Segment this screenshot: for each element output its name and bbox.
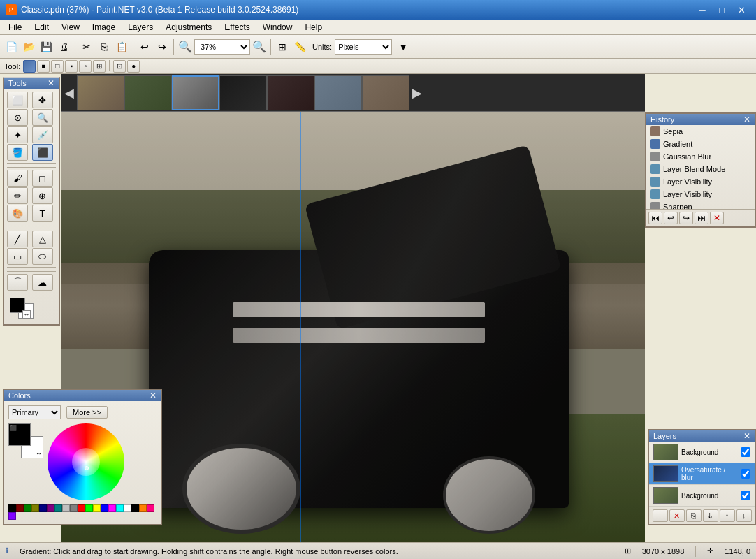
tool-recolor[interactable]: 🎨 xyxy=(7,205,28,222)
add-layer-button[interactable]: + xyxy=(653,509,668,522)
paste-button[interactable]: 📋 xyxy=(113,38,130,55)
history-panel-close[interactable]: ✕ xyxy=(743,115,750,124)
color-mode-select[interactable]: Primary Secondary xyxy=(8,405,61,419)
tool-option-1[interactable]: ■ xyxy=(37,60,50,73)
layer-item-background-bottom[interactable]: Background xyxy=(649,485,755,507)
units-arrow-button[interactable]: ▼ xyxy=(395,38,412,55)
history-item-sepia[interactable]: Sepia xyxy=(646,125,755,138)
close-window-button[interactable]: ✕ xyxy=(732,3,750,17)
strip-thumb-1[interactable] xyxy=(77,75,124,110)
merge-layer-button[interactable]: ⇓ xyxy=(703,509,718,522)
strip-thumb-4[interactable] xyxy=(219,75,267,110)
palette-swatch-aqua[interactable] xyxy=(116,504,124,512)
strip-arrow-right[interactable]: ▶ xyxy=(409,85,425,101)
strip-thumb-2[interactable] xyxy=(124,75,172,110)
new-button[interactable]: 📄 xyxy=(3,38,20,55)
palette-swatch-maroon[interactable] xyxy=(16,504,24,512)
palette-swatch-yellow[interactable] xyxy=(93,504,101,512)
palette-swatch-orange[interactable] xyxy=(139,504,147,512)
tool-shapes[interactable]: △ xyxy=(32,231,53,247)
layer-visibility-bg-top[interactable] xyxy=(741,447,750,457)
history-item-sharpen[interactable]: Sharpen xyxy=(646,201,755,209)
copy-button[interactable]: ⎘ xyxy=(96,38,112,55)
menu-edit[interactable]: Edit xyxy=(29,21,54,34)
palette-swatch-black[interactable] xyxy=(8,504,16,512)
menu-effects[interactable]: Effects xyxy=(219,21,255,34)
tool-clone[interactable]: ⊕ xyxy=(32,187,53,204)
menu-view[interactable]: View xyxy=(56,21,85,34)
tool-option-3[interactable]: ▪ xyxy=(65,60,78,73)
palette-swatch-green[interactable] xyxy=(24,504,31,512)
history-item-gaussian-blur[interactable]: Gaussian Blur xyxy=(646,150,755,163)
menu-help[interactable]: Help xyxy=(299,21,328,34)
palette-swatch-red[interactable] xyxy=(78,504,85,512)
tool-paintbrush[interactable]: 🖌 xyxy=(7,170,28,187)
menu-window[interactable]: Window xyxy=(257,21,298,34)
menu-adjustments[interactable]: Adjustments xyxy=(160,21,217,34)
menu-image[interactable]: Image xyxy=(87,21,121,34)
palette-swatch-olive[interactable] xyxy=(31,504,39,512)
strip-arrow-left[interactable]: ◀ xyxy=(61,85,77,101)
palette-swatch-violet[interactable] xyxy=(8,512,16,520)
units-select[interactable]: Pixels Inches Centimeters xyxy=(335,39,392,55)
tool-rectangle-select[interactable]: ⬜ xyxy=(7,92,28,108)
history-forward-button[interactable]: ⏭ xyxy=(695,212,708,224)
history-item-layer-visibility-2[interactable]: Layer Visibility xyxy=(646,188,755,201)
swap-colors-btn[interactable]: ↔ xyxy=(22,310,31,319)
history-clear-button[interactable]: ✕ xyxy=(710,212,724,224)
layer-visibility-oversaturate[interactable] xyxy=(741,469,750,479)
color-wheel[interactable] xyxy=(48,423,124,500)
history-undo-button[interactable]: ↩ xyxy=(664,212,678,224)
tool-freeform[interactable]: ⌒ xyxy=(7,274,28,291)
tool-pencil[interactable]: ✏ xyxy=(7,187,28,204)
reset-colors-btn[interactable]: ⬛ xyxy=(10,425,17,431)
zoom-out-button[interactable]: 🔍 xyxy=(251,38,268,55)
layer-item-oversaturate[interactable]: Oversaturate / blur xyxy=(649,463,755,485)
palette-swatch-silver[interactable] xyxy=(62,504,70,512)
palette-swatch-navy[interactable] xyxy=(39,504,47,512)
grid-button[interactable]: ⊞ xyxy=(274,38,291,55)
zoom-select[interactable]: Window 100% 50% 37% 25% xyxy=(194,39,250,55)
menu-layers[interactable]: Layers xyxy=(122,21,159,34)
tool-extra[interactable]: ☁ xyxy=(32,274,53,291)
colors-panel-close[interactable]: ✕ xyxy=(150,391,157,400)
cut-button[interactable]: ✂ xyxy=(78,38,95,55)
undo-button[interactable]: ↩ xyxy=(136,38,153,55)
color-swatches-large[interactable]: ↔ ⬛ xyxy=(8,423,43,458)
layer-visibility-bg-bottom[interactable] xyxy=(741,491,750,500)
tool-option-6[interactable]: ⊡ xyxy=(113,60,126,73)
tool-option-5[interactable]: ⊞ xyxy=(93,60,106,73)
history-redo-button[interactable]: ↪ xyxy=(679,212,693,224)
tool-magic-wand[interactable]: ✦ xyxy=(7,126,28,143)
redo-button[interactable]: ↪ xyxy=(154,38,170,55)
open-button[interactable]: 📂 xyxy=(20,38,37,55)
minimize-button[interactable]: ─ xyxy=(693,3,711,17)
strip-thumb-6[interactable] xyxy=(314,75,362,110)
layers-panel-close[interactable]: ✕ xyxy=(743,432,750,440)
history-item-layer-visibility-1[interactable]: Layer Visibility xyxy=(646,175,755,188)
history-item-gradient[interactable]: Gradient xyxy=(646,138,755,150)
tool-eraser[interactable]: ◻ xyxy=(32,170,53,187)
strip-thumb-5[interactable] xyxy=(267,75,314,110)
palette-swatch-fuchsia[interactable] xyxy=(108,504,116,512)
history-item-layer-blend[interactable]: Layer Blend Mode xyxy=(646,163,755,175)
tool-option-4[interactable]: ▫ xyxy=(79,60,92,73)
print-button[interactable]: 🖨 xyxy=(55,38,72,55)
layer-down-button[interactable]: ↓ xyxy=(736,509,752,522)
more-colors-button[interactable]: More >> xyxy=(66,406,108,419)
tool-text[interactable]: T xyxy=(32,205,53,222)
palette-swatch-lime[interactable] xyxy=(85,504,93,512)
save-button[interactable]: 💾 xyxy=(38,38,54,55)
palette-swatch-pink[interactable] xyxy=(147,504,154,512)
ruler-button[interactable]: 📏 xyxy=(291,38,308,55)
palette-swatch-teal[interactable] xyxy=(54,504,62,512)
palette-swatch-purple[interactable] xyxy=(47,504,54,512)
tool-line[interactable]: ╱ xyxy=(7,231,28,247)
tool-color-picker[interactable]: 💉 xyxy=(32,126,53,143)
history-rewind-button[interactable]: ⏮ xyxy=(648,212,662,224)
zoom-in-button[interactable]: 🔍 xyxy=(177,38,194,55)
maximize-button[interactable]: □ xyxy=(713,3,731,17)
tools-panel-close[interactable]: ✕ xyxy=(48,79,54,87)
tool-color-swatches[interactable]: ↔ xyxy=(10,298,41,320)
tool-paint-bucket[interactable]: 🪣 xyxy=(7,144,28,161)
